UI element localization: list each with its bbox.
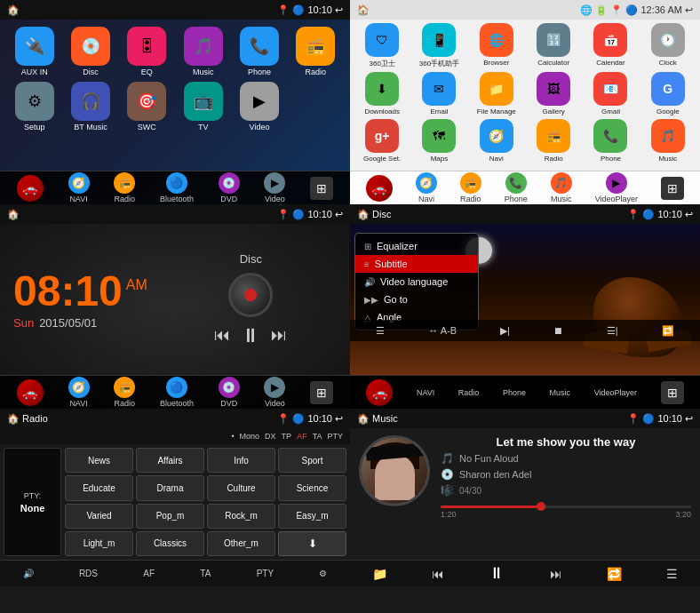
nav-phone-p2[interactable]: 📞 Phone	[505, 172, 528, 203]
dvd-repeat-button[interactable]: 🔁	[662, 325, 674, 337]
time-p6: 10:10	[657, 413, 682, 424]
grid-button-p2[interactable]: ⊞	[661, 177, 684, 200]
music-play-button[interactable]: ⏸	[489, 564, 505, 583]
dvd-repeat-ab[interactable]: ↔ A-B	[428, 325, 457, 336]
app-music[interactable]: 🎵Music	[178, 27, 228, 76]
play-pause-button[interactable]: ⏸	[241, 324, 260, 347]
music-next-button[interactable]: ⏭	[550, 567, 562, 581]
dvd-stop-button[interactable]: ⏹	[553, 325, 563, 336]
genre-culture[interactable]: Culture	[207, 475, 275, 500]
nav-navi-p1[interactable]: 🧭 NAVI	[68, 172, 90, 203]
menu-subtitle[interactable]: ≡ Subtitle	[355, 255, 478, 273]
status-bar-p6: 🏠 Music 📍 🔵 10:10 ↩	[350, 409, 700, 428]
app-downloads[interactable]: ⬇Downloads	[355, 72, 409, 115]
genre-drama[interactable]: Drama	[136, 475, 204, 500]
menu-goto[interactable]: ▶▶ Go to	[355, 291, 478, 308]
app-calculator[interactable]: 🔢Calculator	[527, 23, 580, 68]
app-clock[interactable]: 🕐Clock	[641, 23, 695, 68]
car-button-p4[interactable]: 🚗	[366, 379, 393, 406]
music-prev-button[interactable]: ⏮	[432, 567, 444, 581]
car-button-p1[interactable]: 🚗	[17, 175, 44, 202]
disc-inner	[244, 289, 257, 301]
app-bt-music[interactable]: 🎧BT Music	[65, 82, 115, 131]
rds-button[interactable]: RDS	[79, 569, 98, 578]
app-radio-p2[interactable]: 📻Radio	[527, 119, 580, 163]
next-button[interactable]: ⏭	[271, 326, 287, 345]
nav-bluetooth-p3[interactable]: 🔵 Bluetooth	[160, 377, 194, 408]
nav-dvd-p3[interactable]: 💿 DVD	[219, 377, 240, 408]
menu-video-language[interactable]: 🔊 Video language	[355, 273, 478, 291]
af-button[interactable]: AF	[143, 569, 155, 578]
nav-radio-p3[interactable]: 📻 Radio	[114, 377, 135, 408]
nav-video-p3[interactable]: ▶ Video	[264, 377, 285, 408]
nav-radio-p1[interactable]: 📻 Radio	[114, 172, 135, 203]
genre-sport[interactable]: Sport	[278, 448, 346, 473]
dvd-list-button[interactable]: ☰|	[607, 325, 618, 337]
genre-science[interactable]: Science	[278, 475, 346, 500]
dvd-menu-button[interactable]: ☰	[376, 325, 385, 337]
genre-down-button[interactable]: ⬇	[278, 531, 346, 556]
car-button-p2[interactable]: 🚗	[366, 175, 393, 202]
grid-button-p3[interactable]: ⊞	[310, 381, 333, 404]
app-maps[interactable]: 🗺Maps	[412, 119, 465, 163]
app-email[interactable]: ✉Email	[412, 72, 465, 115]
nav-navi-p3[interactable]: 🧭 NAVI	[68, 377, 90, 408]
nav-radio-p2[interactable]: 📻 Radio	[460, 172, 481, 203]
app-calendar[interactable]: 📅Calendar	[584, 23, 637, 68]
genre-affairs[interactable]: Affairs	[136, 448, 204, 473]
app-file-manage[interactable]: 📁File Manage	[470, 72, 523, 115]
music-repeat-button[interactable]: 🔁	[607, 567, 622, 581]
video-content: ⊞ Equalizer ≡ Subtitle 🔊 Video language …	[350, 224, 700, 375]
app-google-settings[interactable]: g+Google Set.	[355, 119, 409, 163]
progress-dot[interactable]	[537, 502, 545, 511]
pty-button[interactable]: PTY	[257, 569, 274, 578]
dvd-next-chapter[interactable]: ▶|	[500, 325, 510, 337]
app-gallery[interactable]: 🖼Gallery	[527, 72, 580, 115]
genre-pop-m[interactable]: Pop_m	[136, 504, 204, 529]
nav-navi-p2[interactable]: 🧭 Navi	[416, 172, 437, 203]
ta-button[interactable]: TA	[200, 569, 211, 578]
prev-button[interactable]: ⏮	[214, 326, 230, 345]
app-360-helper[interactable]: 📱360手机助手	[412, 23, 465, 68]
app-swc[interactable]: 🎯SWC	[122, 82, 172, 131]
car-button-p3[interactable]: 🚗	[17, 379, 44, 406]
vol-icon[interactable]: 🔊	[23, 569, 34, 578]
indicator-pty: PTY	[327, 432, 343, 441]
app-music-p2[interactable]: 🎵Music	[641, 119, 695, 163]
app-phone-p2[interactable]: 📞Phone	[584, 119, 637, 163]
grid-button-p1[interactable]: ⊞	[310, 177, 333, 200]
genre-varied[interactable]: Varied	[65, 504, 133, 529]
app-video[interactable]: ▶Video	[234, 82, 284, 131]
genre-rock-m[interactable]: Rock_m	[207, 504, 275, 529]
genre-classics[interactable]: Classics	[136, 531, 204, 556]
progress-bar[interactable]: 1:20 3:20	[441, 506, 691, 519]
app-phone[interactable]: 📞Phone	[234, 27, 284, 76]
app-disc[interactable]: 💿Disc	[65, 27, 115, 76]
app-navi[interactable]: 🧭Navi	[470, 119, 523, 163]
genre-info[interactable]: Info	[207, 448, 275, 473]
genre-news[interactable]: News	[65, 448, 133, 473]
app-setup[interactable]: ⚙Setup	[9, 82, 60, 131]
genre-light-m[interactable]: Light_m	[65, 531, 133, 556]
genre-other-m[interactable]: Other_m	[207, 531, 275, 556]
nav-dvd-p1[interactable]: 💿 DVD	[219, 172, 240, 203]
music-list-button[interactable]: ☰	[666, 567, 678, 581]
app-tv[interactable]: 📺TV	[178, 82, 228, 131]
app-radio[interactable]: 📻Radio	[290, 27, 341, 76]
app-360[interactable]: 🛡360卫士	[355, 23, 409, 68]
music-folder-button[interactable]: 📁	[372, 567, 387, 581]
genre-educate[interactable]: Educate	[65, 475, 133, 500]
app-google[interactable]: GGoogle	[641, 72, 695, 115]
app-gmail[interactable]: 📧Gmail	[584, 72, 637, 115]
nav-videoplayer-p2[interactable]: ▶ VideoPlayer	[595, 172, 638, 203]
settings-icon[interactable]: ⚙	[319, 569, 327, 578]
nav-bluetooth-p1[interactable]: 🔵 Bluetooth	[160, 172, 194, 203]
grid-button-p4[interactable]: ⊞	[661, 381, 684, 404]
nav-video-p1[interactable]: ▶ Video	[264, 172, 285, 203]
genre-easy-m[interactable]: Easy_m	[278, 504, 346, 529]
nav-music-p2[interactable]: 🎵 Music	[551, 172, 572, 203]
app-browser[interactable]: 🌐Browser	[470, 23, 523, 68]
app-aux[interactable]: 🔌AUX IN	[9, 27, 60, 76]
menu-equalizer[interactable]: ⊞ Equalizer	[355, 237, 478, 255]
app-eq[interactable]: 🎛EQ	[122, 27, 172, 76]
